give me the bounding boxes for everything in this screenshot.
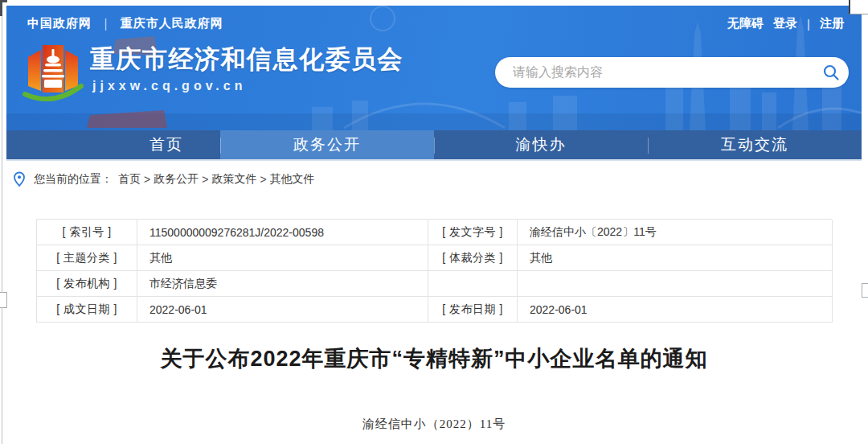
link-china-gov[interactable]: 中国政府网: [27, 16, 92, 31]
site-text-block: 重庆市经济和信息化委员会 jjxxw.cq.gov.cn: [90, 43, 403, 93]
breadcrumb-separator: >: [144, 173, 150, 186]
nav-tab-label: 政务公开: [293, 134, 361, 155]
topbar-right-separator: |: [807, 17, 810, 31]
search-input[interactable]: [495, 65, 813, 80]
meta-value-issuing-org: 市经济信息委: [137, 271, 428, 297]
meta-value-topic-class: 其他: [137, 245, 428, 271]
breadcrumb-item-policy-docs[interactable]: 政策文件: [211, 172, 256, 187]
meta-label-written-date: [ 成文日期 ]: [37, 297, 137, 323]
breadcrumb-text: 您当前的位置： 首页 > 政务公开 > 政策文件 > 其他文件: [34, 172, 315, 187]
screenshot-corner-artifact-tl: [0, 0, 7, 16]
nav-tab-label: 互动交流: [721, 134, 788, 155]
breadcrumb-separator: >: [202, 173, 208, 186]
screenshot-edge-artifact-right: [862, 283, 868, 298]
meta-label-index-no: [ 索引号 ]: [37, 220, 137, 245]
search-button[interactable]: [813, 57, 849, 88]
breadcrumb-item-home[interactable]: 首页: [118, 172, 141, 187]
topbar-left-links: 中国政府网 ｜ 重庆市人民政府网: [27, 16, 223, 31]
meta-value-genre-class: 其他: [518, 245, 833, 271]
nav-tab-label: 首页: [149, 134, 183, 155]
topbar-right-links: 无障碍 登录 | 注册: [727, 16, 844, 31]
site-title: 重庆市经济和信息化委员会: [90, 43, 403, 76]
nav-tab-gov-affairs[interactable]: 政务公开: [220, 130, 434, 159]
meta-label-doc-symbol: [ 发文字号 ]: [428, 220, 518, 245]
search-box: [495, 57, 849, 88]
screenshot-edge-line: [2, 0, 2, 444]
nav-tab-interaction[interactable]: 互动交流: [648, 130, 862, 159]
site-logo[interactable]: 重庆市经济和信息化委员会 jjxxw.cq.gov.cn: [23, 43, 403, 112]
breadcrumb-item-other-docs[interactable]: 其他文件: [270, 172, 315, 187]
search-icon: [822, 64, 840, 81]
link-cq-gov[interactable]: 重庆市人民政府网: [121, 16, 223, 31]
meta-label-publish-date: [ 发布日期 ]: [428, 297, 518, 323]
breadcrumb-item-gov-affairs[interactable]: 政务公开: [154, 172, 199, 187]
site-banner: 中国政府网 ｜ 重庆市人民政府网 无障碍 登录 | 注册: [6, 6, 862, 130]
emblem-icon: [23, 43, 84, 112]
main-nav: 首页 政务公开 渝快办 互动交流: [6, 130, 862, 161]
doc-number: 渝经信中小（2022）11号: [0, 417, 868, 432]
location-pin-icon: [13, 171, 26, 187]
meta-label-issuing-org: [ 发布机构 ]: [37, 271, 137, 297]
breadcrumb-prefix: 您当前的位置：: [34, 172, 113, 187]
screenshot-edge-artifact-left: [0, 292, 7, 308]
screenshot-corner-artifact-tr: [849, 0, 868, 14]
meta-value-doc-symbol: 渝经信中小〔2022〕11号: [518, 220, 833, 245]
topbar-left-separator: ｜: [100, 16, 113, 31]
meta-value-index-no: 11500000009276281J/2022-00598: [137, 220, 428, 245]
nav-tab-label: 渝快办: [516, 134, 567, 155]
meta-label-empty: [428, 271, 518, 297]
breadcrumb: 您当前的位置： 首页 > 政务公开 > 政策文件 > 其他文件: [0, 164, 868, 195]
nav-tab-yukuaiban[interactable]: 渝快办: [434, 130, 648, 159]
meta-label-genre-class: [ 体裁分类 ]: [428, 245, 518, 271]
login-link[interactable]: 登录: [773, 16, 797, 31]
page: 中国政府网 ｜ 重庆市人民政府网 无障碍 登录 | 注册: [0, 0, 868, 444]
breadcrumb-separator: >: [260, 173, 266, 186]
meta-value-publish-date: 2022-06-01: [518, 297, 833, 323]
register-link[interactable]: 注册: [820, 16, 844, 31]
meta-value-empty: [518, 271, 833, 297]
doc-meta-table: [ 索引号 ] 11500000009276281J/2022-00598 [ …: [36, 219, 832, 323]
accessibility-link[interactable]: 无障碍: [727, 16, 764, 31]
meta-label-topic-class: [ 主题分类 ]: [37, 245, 137, 271]
page-title: 关于公布2022年重庆市“专精特新”中小企业名单的通知: [0, 344, 868, 373]
site-url: jjxxw.cq.gov.cn: [92, 79, 403, 93]
nav-tab-home[interactable]: 首页: [6, 130, 220, 159]
meta-value-written-date: 2022-06-01: [137, 297, 428, 323]
